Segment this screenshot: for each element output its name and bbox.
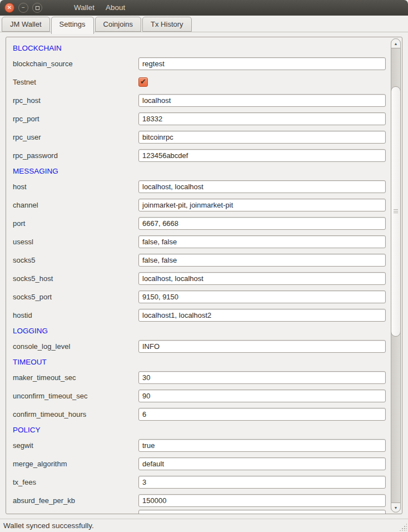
field-row: socks5 [13,251,386,269]
field-input-port[interactable] [138,217,386,230]
titlebar[interactable]: ✕ − WalletAbout [0,0,408,16]
field-row: socks5_host [13,269,386,288]
field-input-channel[interactable] [138,199,386,211]
resize-grip[interactable] [399,523,407,531]
field-label: rpc_user [13,133,138,141]
field-row: rpc_host [13,91,386,110]
tab-tx-history[interactable]: Tx History [142,17,192,32]
field-input-segwit[interactable] [138,439,386,452]
field-row: segwit [13,436,386,455]
field-input-tx_fees[interactable] [138,476,386,489]
field-label: socks5 [13,256,138,264]
check-icon: ✔ [140,78,146,85]
field-row: confirm_timeout_hours [13,405,386,423]
field-row: rpc_password [13,146,386,165]
section-title-policy: POLICY [13,423,386,436]
field-row: usessl [13,233,386,251]
field-row: blockchain_source [13,55,386,73]
field-input-socks5_port[interactable] [138,290,386,303]
field-label: console_log_level [13,342,138,351]
field-input-rpc_password[interactable] [138,149,386,162]
tab-settings[interactable]: Settings [51,17,94,34]
tab-coinjoins[interactable]: Coinjoins [95,17,141,32]
field-label: merge_algorithm [13,460,138,468]
field-row: rpc_port [13,110,386,128]
field-label: Testnet [13,78,138,86]
field-row: port [13,214,386,233]
field-label: unconfirm_timeout_sec [13,392,138,400]
chevron-up-icon: ▲ [394,42,398,46]
field-input-usessl[interactable] [138,235,386,248]
section-title-messaging: MESSAGING [13,165,386,178]
section-title-logging: LOGGING [13,324,386,337]
field-input-hostid[interactable] [138,309,386,322]
settings-scroll-area: BLOCKCHAINblockchain_sourceTestnet✔rpc_h… [6,37,402,514]
field-input-socks5[interactable] [138,254,386,267]
field-row: host [13,178,386,196]
field-input-rpc_host[interactable] [138,94,386,107]
field-label: absurd_fee_per_kb [13,496,138,505]
field-input-socks5_host[interactable] [138,272,386,285]
section-title-blockchain: BLOCKCHAIN [13,42,386,55]
field-row [13,510,386,514]
scrollbar-thumb[interactable] [391,86,401,337]
field-input-blockchain_source[interactable] [138,57,386,70]
tab-jm-wallet[interactable]: JM Wallet [2,17,50,32]
field-row: Testnet✔ [13,73,386,91]
field-label: rpc_port [13,115,138,123]
window-maximize-button[interactable] [32,3,42,13]
window-minimize-button[interactable]: − [18,3,28,13]
field-row: unconfirm_timeout_sec [13,387,386,405]
field-row: hostid [13,306,386,324]
field-input-rpc_user[interactable] [138,131,386,144]
app-window: ✕ − WalletAbout JM WalletSettingsCoinjoi… [0,0,408,532]
field-input-host[interactable] [138,180,386,193]
minimize-icon: − [22,5,25,11]
section-title-timeout: TIMEOUT [13,356,386,368]
window-close-button[interactable]: ✕ [4,3,14,13]
field-input-console_log_level[interactable] [138,340,386,353]
menu-item-about[interactable]: About [100,0,131,16]
field-row: console_log_level [13,337,386,356]
field-label: segwit [13,441,138,450]
status-message: Wallet synced successfully. [3,521,94,530]
testnet-checkbox[interactable]: ✔ [138,77,148,87]
scrollbar-grip-icon [394,209,398,214]
field-row: absurd_fee_per_kb [13,491,386,510]
field-row: channel [13,196,386,214]
field-row: socks5_port [13,288,386,306]
field-label: confirm_timeout_hours [13,410,138,418]
scrollbar-up-button[interactable]: ▲ [391,38,401,48]
menu-item-wallet[interactable]: Wallet [68,0,100,16]
field-label: host [13,183,138,191]
field-label: rpc_password [13,151,138,160]
field-label: port [13,219,138,228]
chevron-down-icon: ▼ [394,506,398,510]
settings-form: BLOCKCHAINblockchain_sourceTestnet✔rpc_h… [6,37,402,514]
field-input-partial[interactable] [138,510,386,514]
field-input-rpc_port[interactable] [138,112,386,125]
field-label: rpc_host [13,96,138,105]
scrollbar-down-button[interactable]: ▼ [391,503,401,513]
field-input-maker_timeout_sec[interactable] [138,371,386,384]
status-bar: Wallet synced successfully. [0,519,408,532]
field-label: blockchain_source [13,60,138,68]
field-label: maker_timeout_sec [13,373,138,382]
tab-bar: JM WalletSettingsCoinjoinsTx History [0,16,408,32]
field-input-confirm_timeout_hours[interactable] [138,408,386,421]
field-label: hostid [13,311,138,319]
maximize-icon [36,6,39,10]
field-input-merge_algorithm[interactable] [138,457,386,470]
vertical-scrollbar[interactable]: ▲ ▼ [391,38,401,513]
field-label: socks5_port [13,293,138,301]
field-input-absurd_fee_per_kb[interactable] [138,494,386,507]
field-label: usessl [13,238,138,246]
field-input-unconfirm_timeout_sec[interactable] [138,390,386,402]
field-row: maker_timeout_sec [13,368,386,387]
close-icon: ✕ [7,5,12,11]
field-row: merge_algorithm [13,455,386,473]
menubar: WalletAbout [68,0,131,16]
field-label: socks5_host [13,274,138,283]
field-row: tx_fees [13,473,386,491]
field-label: tx_fees [13,478,138,486]
